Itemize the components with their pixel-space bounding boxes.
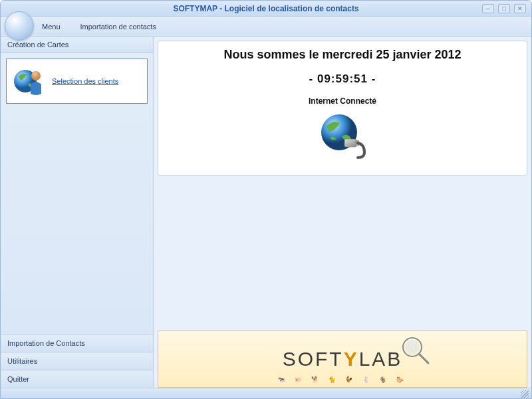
svg-rect-3: [344, 139, 356, 147]
titlebar: SOFTYMAP - Logiciel de localisation de c…: [1, 1, 531, 17]
maximize-button[interactable]: □: [498, 4, 510, 13]
menubar: Menu Importation de contacts: [1, 17, 531, 37]
time-text: - 09:59:51 -: [168, 72, 517, 86]
svg-point-1: [31, 71, 41, 80]
window-title: SOFTYMAP - Logiciel de localisation de c…: [173, 4, 358, 13]
globe-connected-icon: [317, 110, 368, 162]
date-text: Nous sommes le mercredi 25 janvier 2012: [168, 48, 517, 62]
svg-line-7: [419, 354, 428, 363]
logo-text: SOFTYLAB: [283, 348, 403, 370]
selection-clients-card[interactable]: Selection des clients: [6, 59, 148, 104]
sidebar: Création de Cartes: [1, 37, 154, 388]
logo-post: LAB: [359, 348, 403, 370]
info-panel: Nous sommes le mercredi 25 janvier 2012 …: [158, 41, 527, 176]
resize-grip[interactable]: [521, 390, 529, 398]
statusbar: [1, 388, 531, 398]
app-orb-icon[interactable]: [5, 11, 34, 41]
selection-clients-link[interactable]: Selection des clients: [52, 77, 118, 85]
logo-panel: SOFTYLAB 🐄 🐖 🐕 🐈 🐓 🐇 🐐 🐎: [158, 331, 527, 388]
sidebar-item-import-contacts[interactable]: Importation de Contacts: [1, 334, 153, 352]
svg-point-6: [405, 340, 420, 354]
magnifier-icon: [399, 334, 432, 367]
app-window: SOFTYMAP - Logiciel de localisation de c…: [0, 0, 532, 399]
sidebar-item-quit[interactable]: Quitter: [1, 370, 153, 388]
body-area: Création de Cartes: [1, 37, 531, 388]
internet-status-text: Internet Connecté: [168, 96, 517, 106]
minimize-button[interactable]: ─: [482, 4, 494, 13]
menu-item-menu[interactable]: Menu: [38, 20, 65, 33]
sidebar-content: Selection des clients: [1, 53, 153, 334]
logo-animals-row: 🐄 🐖 🐕 🐈 🐓 🐇 🐐 🐎: [158, 376, 527, 383]
sidebar-item-utilities[interactable]: Utilitaires: [1, 352, 153, 370]
globe-person-icon: [12, 65, 45, 98]
sidebar-bottom: Importation de Contacts Utilitaires Quit…: [1, 334, 153, 388]
logo-accent: Y: [344, 348, 359, 370]
close-button[interactable]: ✕: [514, 4, 526, 13]
menu-item-import-contacts[interactable]: Importation de contacts: [76, 20, 160, 33]
main-area: Nous sommes le mercredi 25 janvier 2012 …: [154, 37, 531, 388]
logo-pre: SOFT: [283, 348, 344, 370]
main-filler: [158, 180, 527, 327]
